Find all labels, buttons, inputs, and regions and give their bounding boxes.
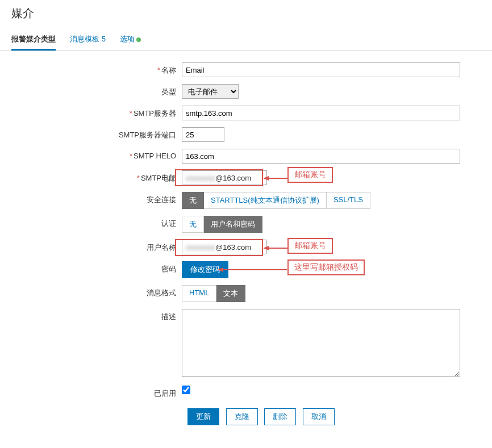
label-password: 密码	[11, 261, 182, 274]
label-name: *名称	[11, 62, 182, 76]
label-msg-format: 消息格式	[11, 285, 182, 298]
msg-format-text-button[interactable]: 文本	[216, 285, 245, 302]
label-auth: 认证	[11, 216, 182, 229]
smtp-email-obscured: xxxxxxxx	[186, 174, 215, 182]
msg-format-segment-group: HTML 文本	[182, 285, 245, 302]
security-none-button[interactable]: 无	[182, 192, 204, 209]
page-title: 媒介	[0, 0, 492, 30]
tab-media-type[interactable]: 报警媒介类型	[11, 30, 56, 51]
update-button[interactable]: 更新	[187, 408, 219, 425]
smtp-email-field[interactable]: xxxxxxxx@163.com	[182, 170, 267, 185]
tab-message-template-label: 消息模板	[70, 35, 99, 43]
username-field[interactable]: xxxxxxxx@163.com	[182, 240, 267, 254]
username-suffix: @163.com	[215, 243, 251, 252]
smtp-helo-input[interactable]	[182, 149, 460, 164]
label-smtp-email: *SMTP电邮	[11, 170, 182, 183]
cancel-button[interactable]: 取消	[303, 408, 335, 425]
label-username: 用户名称	[11, 240, 182, 253]
label-smtp-server: *SMTP服务器	[11, 106, 182, 119]
security-segment-group: 无 STARTTLS(纯文本通信协议扩展) SSL/TLS	[182, 192, 370, 209]
username-obscured: xxxxxxxx	[186, 243, 215, 252]
label-smtp-port: SMTP服务器端口	[11, 127, 182, 140]
clone-button[interactable]: 克隆	[226, 408, 258, 425]
tab-message-template-count: 5	[102, 35, 106, 43]
label-type: 类型	[11, 84, 182, 97]
auth-none-button[interactable]: 无	[182, 216, 204, 233]
label-description: 描述	[11, 309, 182, 322]
name-input[interactable]	[182, 62, 460, 77]
delete-button[interactable]: 删除	[264, 408, 296, 425]
label-enabled: 已启用	[11, 386, 182, 399]
label-security: 安全连接	[11, 192, 182, 205]
auth-userpass-button[interactable]: 用户名和密码	[204, 216, 262, 233]
smtp-email-suffix: @163.com	[215, 174, 251, 182]
label-smtp-helo: *SMTP HELO	[11, 149, 182, 160]
action-bar: 更新 克隆 删除 取消	[187, 405, 481, 425]
msg-format-html-button[interactable]: HTML	[182, 285, 216, 302]
options-status-dot	[136, 37, 141, 42]
tab-options-label: 选项	[120, 35, 135, 43]
smtp-port-input[interactable]	[182, 127, 224, 142]
security-ssl-button[interactable]: SSL/TLS	[327, 192, 370, 209]
security-starttls-button[interactable]: STARTTLS(纯文本通信协议扩展)	[204, 192, 327, 209]
tab-bar: 报警媒介类型 消息模板 5 选项	[0, 30, 492, 51]
enabled-checkbox[interactable]	[182, 386, 190, 394]
auth-segment-group: 无 用户名和密码	[182, 216, 262, 233]
tab-options[interactable]: 选项	[120, 30, 141, 51]
tab-message-template[interactable]: 消息模板 5	[70, 30, 106, 51]
form-area: *名称 类型 电子邮件 *SMTP服务器 SMTP服务器端口 *SMTP HEL…	[0, 51, 492, 442]
description-textarea[interactable]	[182, 309, 460, 377]
type-select[interactable]: 电子邮件	[182, 84, 239, 99]
change-password-button[interactable]: 修改密码	[182, 261, 228, 278]
smtp-server-input[interactable]	[182, 106, 460, 120]
